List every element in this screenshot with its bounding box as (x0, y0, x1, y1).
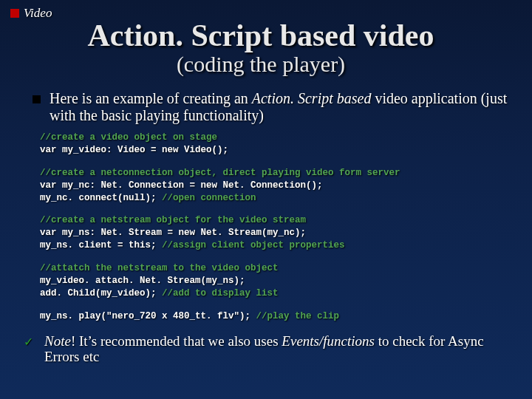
note-mid: ! It’s recommended that we also uses (71, 333, 282, 349)
code-region: //create a video object on stage var my_… (40, 132, 511, 323)
page-subtitle: (coding the player) (10, 52, 511, 77)
intro-em: Action. Script based (252, 90, 372, 106)
code-frag: my_nc. connect(null); (40, 193, 162, 203)
title-block: Action. Script based video (coding the p… (10, 18, 511, 77)
code-block-1: //create a video object on stage var my_… (40, 132, 511, 157)
intro-text: Here is an example of creating an Action… (50, 90, 511, 124)
code-frag: my_ns. client = this; (40, 240, 162, 250)
intro-pre: Here is an example of creating an (50, 90, 252, 106)
code-block-5: my_ns. play("nero_720 x 480_tt. flv"); /… (40, 310, 511, 323)
note-text: Note! It’s recommended that we also uses… (44, 333, 511, 366)
note-row: ✓ Note! It’s recommended that we also us… (24, 333, 511, 366)
note-em: Events/functions (282, 333, 375, 349)
page-title: Action. Script based video (10, 18, 511, 53)
breadcrumb-label: Video (24, 6, 52, 21)
code-frag: add. Child(my_video); (40, 288, 162, 299)
code-line: my_video. attach. Net. Stream(my_ns); (40, 275, 511, 287)
code-inline-comment: //open connection (162, 193, 256, 203)
code-comment: //create a netstream object for the vide… (40, 214, 511, 227)
code-inline-comment: //assign client object properties (162, 240, 345, 250)
check-icon: ✓ (24, 335, 37, 349)
note-lead: Note (44, 333, 71, 349)
code-block-2: //create a netconnection object, direct … (40, 167, 511, 205)
code-line: var my_video: Video = new Video(); (40, 144, 511, 157)
code-line: add. Child(my_video); //add to display l… (40, 287, 511, 300)
code-line: my_ns. play("nero_720 x 480_tt. flv"); /… (40, 310, 511, 323)
intro-row: Here is an example of creating an Action… (33, 90, 511, 124)
code-comment: //attatch the netstream to the video obj… (40, 262, 511, 275)
code-line: my_nc. connect(null); //open connection (40, 192, 511, 205)
code-comment: //create a video object on stage (40, 132, 511, 144)
code-block-4: //attatch the netstream to the video obj… (40, 262, 511, 300)
code-inline-comment: //play the clip (256, 311, 340, 321)
code-line: my_ns. client = this; //assign client ob… (40, 239, 511, 252)
code-frag: my_ns. play("nero_720 x 480_tt. flv"); (40, 311, 256, 321)
code-line: var my_nc: Net. Connection = new Net. Co… (40, 180, 511, 192)
code-block-3: //create a netstream object for the vide… (40, 214, 511, 252)
code-line: var my_ns: Net. Stream = new Net. Stream… (40, 227, 511, 239)
bullet-icon (33, 95, 41, 103)
bullet-icon (10, 9, 19, 18)
code-comment: //create a netconnection object, direct … (40, 167, 511, 180)
code-inline-comment: //add to display list (162, 288, 279, 299)
